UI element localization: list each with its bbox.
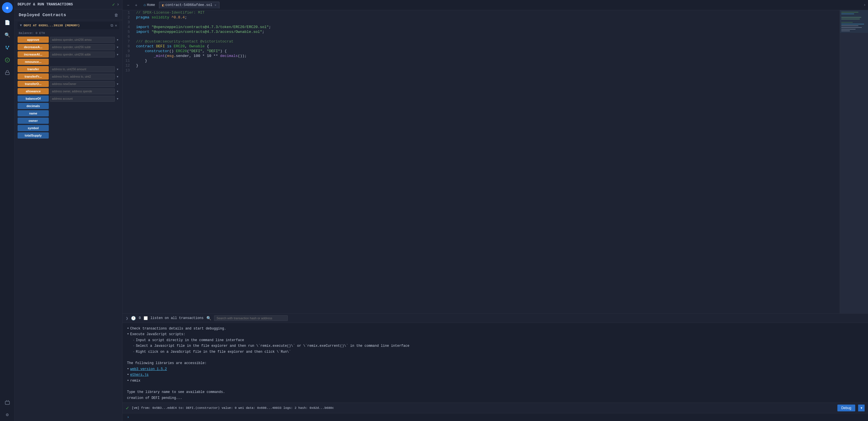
fn-input-transferfr[interactable] xyxy=(50,74,115,79)
svg-rect-8 xyxy=(5,401,9,404)
fn-input-transfero[interactable] xyxy=(50,81,115,87)
fn-btn-transferfr[interactable]: transferFr... xyxy=(18,73,49,79)
collapse-icon[interactable]: ▼ xyxy=(20,24,22,28)
web3-link[interactable]: web3 version 1.5.2 xyxy=(130,366,167,372)
code-line-10: 10 _mint(msg.sender, 100 * 10 ** decimal… xyxy=(122,54,840,58)
fn-btn-owner[interactable]: owner xyxy=(18,118,49,124)
fn-row-13: totalSupply xyxy=(18,132,119,138)
fn-btn-balanceof[interactable]: balanceOf xyxy=(18,95,49,102)
chevron-right-icon[interactable]: › xyxy=(117,2,119,7)
code-line-6: 6 xyxy=(122,34,840,39)
tx-search-input[interactable] xyxy=(214,315,288,321)
fn-input-increaseal[interactable] xyxy=(50,52,115,58)
nav-debug[interactable] xyxy=(2,67,12,77)
fn-chevron-decreasea[interactable]: ▾ xyxy=(116,44,119,50)
clock-icon: 🕐 xyxy=(131,316,136,321)
fn-btn-transfero[interactable]: transferO... xyxy=(18,81,49,87)
console-prompt: › xyxy=(122,413,868,421)
fn-btn-decreasea[interactable]: decreaseA... xyxy=(18,44,49,50)
code-line-5: 5 import "@openzeppelin/contracts@4.7.3/… xyxy=(122,29,840,34)
code-line-1: 1 // SPDX-License-Identifier: MIT xyxy=(122,10,840,15)
fn-input-transfer[interactable] xyxy=(50,66,115,72)
check-icon: ✓ xyxy=(112,2,115,7)
code-line-13: 13 xyxy=(122,68,840,73)
fn-chevron-increaseal[interactable]: ▾ xyxy=(116,52,119,58)
fn-btn-increaseal[interactable]: increaseAl... xyxy=(18,51,49,58)
fn-input-allowance[interactable] xyxy=(50,88,115,94)
icon-bar: ◈ 📄 🔍 ⚙ xyxy=(0,0,15,421)
tx-expand-btn[interactable]: ▾ xyxy=(858,404,865,411)
tx-count: 0 xyxy=(138,316,141,320)
fn-input-balanceof[interactable] xyxy=(50,96,115,102)
minimap xyxy=(840,10,868,313)
code-line-12: 12 } xyxy=(122,63,840,68)
deployed-contracts-header: Deployed Contracts 🗑 xyxy=(15,9,122,20)
zoom-in-btn[interactable]: + xyxy=(133,2,140,8)
nav-deploy[interactable] xyxy=(2,55,12,65)
fn-chevron-allowance[interactable]: ▾ xyxy=(116,88,119,94)
console-msg-2: • Execute JavaScript scripts: xyxy=(127,331,864,337)
fn-chevron-transferfr[interactable]: ▾ xyxy=(116,74,119,79)
contract-instance-header: ▼ DEFI AT 0XD91...39138 (MEMORY) ⧉ ✕ xyxy=(18,22,119,29)
trash-icon[interactable]: 🗑 xyxy=(114,13,118,18)
fn-btn-renounce[interactable]: renounce... xyxy=(18,59,49,65)
fn-btn-allowance[interactable]: allowance xyxy=(18,88,49,94)
fn-row-4: transfer▾ xyxy=(18,66,119,72)
left-panel: DEPLOY & RUN TRANSACTIONS ✓ › Deployed C… xyxy=(15,0,122,421)
fn-btn-approve[interactable]: approve xyxy=(18,37,49,43)
code-line-9: 9 constructor() ERC20("DEFI", "DEFI") { xyxy=(122,49,840,54)
fn-chevron-balanceof[interactable]: ▾ xyxy=(116,96,119,102)
contract-instance: ▼ DEFI AT 0XD91...39138 (MEMORY) ⧉ ✕ Bal… xyxy=(15,20,122,141)
fn-btn-symbol[interactable]: symbol xyxy=(18,125,49,131)
tab-home-label: Home xyxy=(147,3,155,7)
nav-settings[interactable]: ⚙ xyxy=(2,410,12,420)
nav-files[interactable]: 📄 xyxy=(2,18,12,28)
fn-row-7: allowance▾ xyxy=(18,88,119,94)
debug-btn[interactable]: Debug xyxy=(837,404,855,411)
minimap-svg xyxy=(840,10,868,95)
fn-input-approve[interactable] xyxy=(50,37,115,43)
tab-file[interactable]: ◧ contract-54066afdee.sol ✕ xyxy=(159,2,219,8)
tab-file-label: contract-54066afdee.sol xyxy=(165,3,212,7)
fn-btn-transfer[interactable]: transfer xyxy=(18,66,49,72)
right-arrow-icon[interactable]: › xyxy=(864,3,866,7)
svg-line-5 xyxy=(7,47,9,48)
panel-header-icons: 🗑 xyxy=(114,13,118,18)
fn-row-2: increaseAl...▾ xyxy=(18,51,119,58)
home-icon: ⌂ xyxy=(144,3,146,7)
fn-btn-totalsupply[interactable]: totalSupply xyxy=(18,132,49,138)
console-toolbar: ❯ 🕐 0 listen on all transactions 🔍 xyxy=(122,314,868,323)
tab-home[interactable]: ⌂ Home xyxy=(141,2,158,8)
nav-git[interactable] xyxy=(2,42,12,53)
lib-3: • remix xyxy=(127,378,864,384)
console-collapse-btn[interactable]: ❯ xyxy=(126,316,128,321)
fn-row-3: renounce... xyxy=(18,59,119,65)
function-list: approve▾decreaseA...▾increaseAl...▾renou… xyxy=(18,37,119,138)
fn-input-decreasea[interactable] xyxy=(50,44,115,50)
copy-contract-icon[interactable]: ⧉ xyxy=(111,24,113,28)
listen-checkbox[interactable] xyxy=(144,316,148,320)
fn-chevron-transfero[interactable]: ▾ xyxy=(116,81,119,87)
tab-close-btn[interactable]: ✕ xyxy=(215,3,216,7)
console-sub-2: - Select a Javascript file in the file e… xyxy=(133,343,864,349)
close-contract-icon[interactable]: ✕ xyxy=(115,23,117,28)
fn-chevron-approve[interactable]: ▾ xyxy=(116,37,119,43)
ethers-link[interactable]: ethers.js xyxy=(130,372,149,378)
search-console-icon: 🔍 xyxy=(206,316,211,321)
console-area: ❯ 🕐 0 listen on all transactions 🔍 • Che… xyxy=(122,313,868,421)
fn-chevron-transfer[interactable]: ▾ xyxy=(116,66,119,72)
console-body: • Check transactions details and start d… xyxy=(122,323,868,402)
console-sub-text-1: Input a script directly in the command l… xyxy=(136,337,244,343)
svg-point-1 xyxy=(8,46,9,47)
code-line-11: 11 } xyxy=(122,58,840,63)
fn-btn-name[interactable]: name xyxy=(18,110,49,117)
prompt-arrow: › xyxy=(127,415,129,419)
zoom-out-btn[interactable]: − xyxy=(125,2,131,8)
file-icon: ◧ xyxy=(162,3,164,7)
code-editor[interactable]: 1 // SPDX-License-Identifier: MIT 2 prag… xyxy=(122,10,840,313)
nav-search[interactable]: 🔍 xyxy=(2,30,12,40)
nav-plugins[interactable] xyxy=(2,397,12,408)
code-line-3: 3 xyxy=(122,20,840,25)
console-msg-1: • Check transactions details and start d… xyxy=(127,326,864,331)
fn-btn-decimals[interactable]: decimals xyxy=(18,103,49,109)
